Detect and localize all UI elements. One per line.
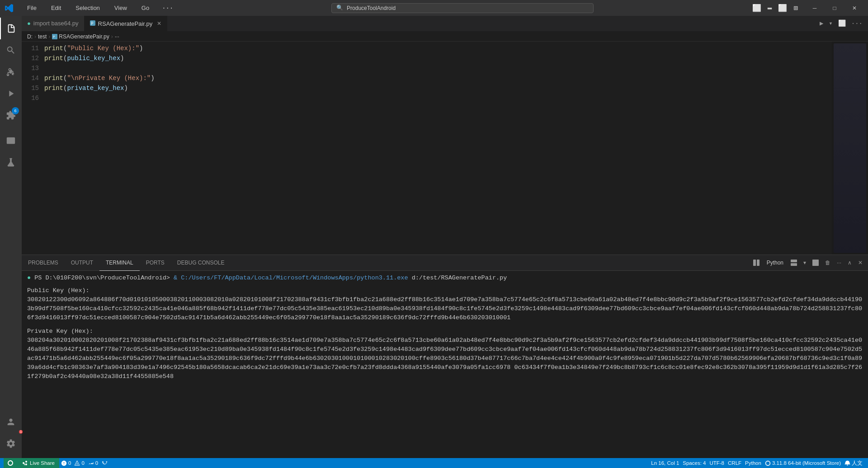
panel-layout-btn[interactable] [789,259,799,267]
tab-icon-py: ● [27,20,31,27]
line-numbers: 11 12 13 14 15 16 [22,42,44,255]
split-editor-button[interactable]: ⬜ [836,19,848,28]
more-actions-button[interactable]: ··· [849,19,864,28]
activity-item-extensions[interactable] [0,104,22,126]
spaces-text: Spaces: 4 [683,460,706,466]
status-language[interactable]: Python [743,458,763,468]
tab-label-import: import base64.py [33,20,79,27]
panel-tab-ports[interactable]: PORTS [140,255,171,271]
code-line-14: print("\nPrivate Key (Hex):") [44,73,832,83]
live-share-section[interactable]: Live Share [17,458,59,468]
activity-item-source-control[interactable] [0,61,22,83]
notification-icon [844,460,850,466]
activity-bottom: 1 [0,411,22,458]
activity-item-account[interactable]: 1 [0,411,22,433]
terminal-language-label[interactable]: Python [764,259,786,267]
menu-view[interactable]: View [111,4,131,12]
terminal-prompt-text [31,274,34,283]
panel-chevron-up-btn[interactable]: ∧ [846,259,854,267]
breadcrumb-drive[interactable]: D: [27,33,33,40]
status-no-signal[interactable]: 0 [86,458,100,468]
menu-go[interactable]: Go [138,4,153,12]
status-bar: Live Share 0 0 0 Ln 16, Col 1 [0,458,868,468]
minimap [832,42,868,255]
code-editor[interactable]: 11 12 13 14 15 16 print("Public Key (Hex… [22,42,868,255]
term-private-key-hex: 308204a302010002820201008f21702388af9431… [27,336,863,381]
panel-tab-terminal[interactable]: TERMINAL [99,255,140,271]
title-bar: File Edit Selection View Go ··· 🔍 Produc… [0,0,868,16]
error-count: 0 [68,460,71,466]
layout-customize-icon[interactable]: ⊞ [791,3,800,14]
main-container: 1 ● import base64.py P RSAGeneratePair.p… [0,16,868,458]
menu-file[interactable]: File [24,4,40,12]
activity-item-remote[interactable] [0,130,22,151]
run-button[interactable]: ▶ [818,19,825,28]
layout-split-icon[interactable]: ⬜ [776,3,789,14]
editor-area: ● import base64.py P RSAGeneratePair.py … [22,16,868,458]
no-signal-count: 0 [95,460,98,466]
tab-close-rsa[interactable]: ✕ [157,20,161,27]
activity-item-search[interactable] [0,39,22,61]
code-line-13 [44,63,832,73]
maximize-button[interactable]: □ [826,1,844,15]
status-remote[interactable] [4,458,17,468]
minimap-content [834,43,866,253]
minimize-button[interactable]: ─ [806,1,824,15]
status-sync[interactable] [100,458,109,468]
tabs-bar: ● import base64.py P RSAGeneratePair.py … [22,16,868,32]
panel-split-right-btn[interactable]: ▾ [802,259,808,267]
run-split-button[interactable]: ▾ [827,19,834,28]
layout-panel-icon[interactable]: ▬ [765,3,774,14]
panel-actions: Python ▾ 🗑 ··· ∧ ✕ [751,259,868,267]
terminal-prompt: ● [27,274,31,283]
files-icon [6,24,16,33]
status-right: Ln 16, Col 1 Spaces: 4 UTF-8 CRLF Python… [649,458,864,468]
title-bar-left: File Edit Selection View Go ··· [5,4,175,13]
breadcrumb-sep-2: › [48,33,50,40]
panel-new-terminal-btn[interactable] [811,259,821,267]
warning-icon [74,460,80,466]
tab-rsa-generate-pair[interactable]: P RSAGeneratePair.py ✕ [85,16,168,31]
terminal-content[interactable]: ● PS D:\010F200\svn\ProduceToolAndroid> … [22,271,868,458]
status-spaces[interactable]: Spaces: 4 [681,458,708,468]
activity-item-explorer[interactable] [0,18,22,39]
code-line-12: print(public_key_hex) [44,53,832,63]
close-button[interactable]: ✕ [845,1,863,15]
panel-more-btn[interactable]: ··· [835,259,843,267]
breadcrumb: D: › test › P RSAGeneratePair.py › ··· [22,32,868,42]
tab-import-base64[interactable]: ● import base64.py [22,16,85,31]
code-line-11: print("Public Key (Hex):") [44,43,832,53]
line-ending-text: CRLF [728,460,741,466]
svg-rect-6 [791,260,797,262]
breadcrumb-folder[interactable]: test [38,33,47,40]
panel-tab-debug-console[interactable]: DEBUG CONSOLE [171,255,231,271]
panel-tab-problems[interactable]: PROBLEMS [22,255,65,271]
tabs-right-actions: ▶ ▾ ⬜ ··· [818,16,868,31]
remote-status-icon [7,460,14,466]
status-notification[interactable]: 人文 [843,458,864,468]
command-palette[interactable]: 🔍 ProduceToolAndroid [331,3,594,13]
status-errors[interactable]: 0 0 [59,458,86,468]
layout-sidebar-icon[interactable]: ⬜ [750,3,764,14]
terminal-split-icon[interactable] [751,259,761,267]
status-position[interactable]: Ln 16, Col 1 [649,458,681,468]
menu-more[interactable]: ··· [160,4,175,13]
svg-rect-4 [753,260,756,266]
activity-item-run[interactable] [0,83,22,104]
panel-close-btn[interactable]: ✕ [856,259,864,267]
breadcrumb-more[interactable]: ··· [115,33,119,40]
activity-bar: 1 [0,16,22,458]
encoding-text: UTF-8 [709,460,724,466]
status-encoding[interactable]: UTF-8 [708,458,726,468]
breadcrumb-file[interactable]: RSAGeneratePair.py [59,33,109,40]
menu-edit[interactable]: Edit [47,4,65,12]
activity-item-flask[interactable] [0,151,22,173]
error-icon [61,460,67,466]
menu-selection[interactable]: Selection [72,4,103,12]
svg-rect-7 [791,263,797,266]
status-python-version[interactable]: 3.11.8 64-bit (Microsoft Store) [763,458,843,468]
status-line-ending[interactable]: CRLF [726,458,743,468]
panel-kill-btn[interactable]: 🗑 [823,259,832,267]
activity-item-settings[interactable] [0,433,22,454]
panel-tab-output[interactable]: OUTPUT [65,255,99,271]
